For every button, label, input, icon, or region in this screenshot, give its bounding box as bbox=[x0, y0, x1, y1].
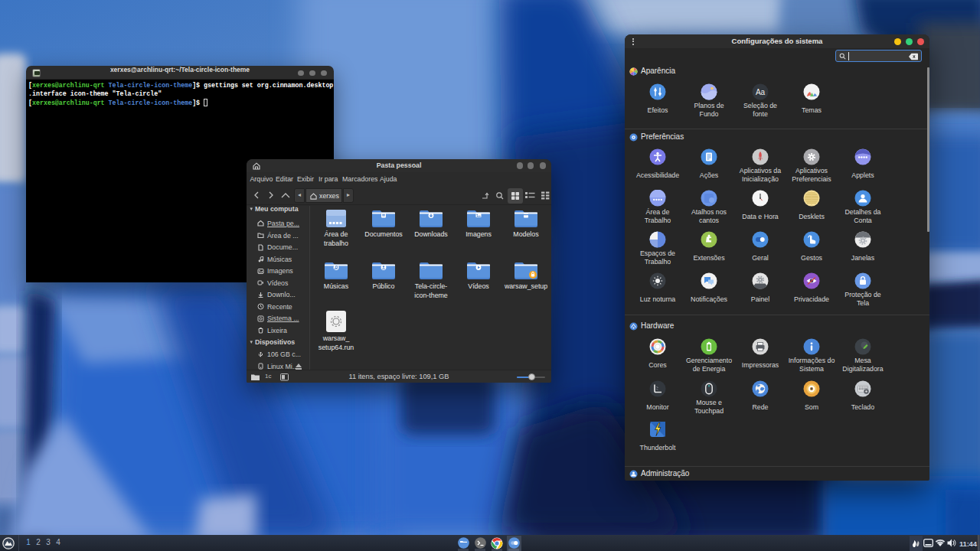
svg-text:Aa: Aa bbox=[756, 88, 766, 96]
